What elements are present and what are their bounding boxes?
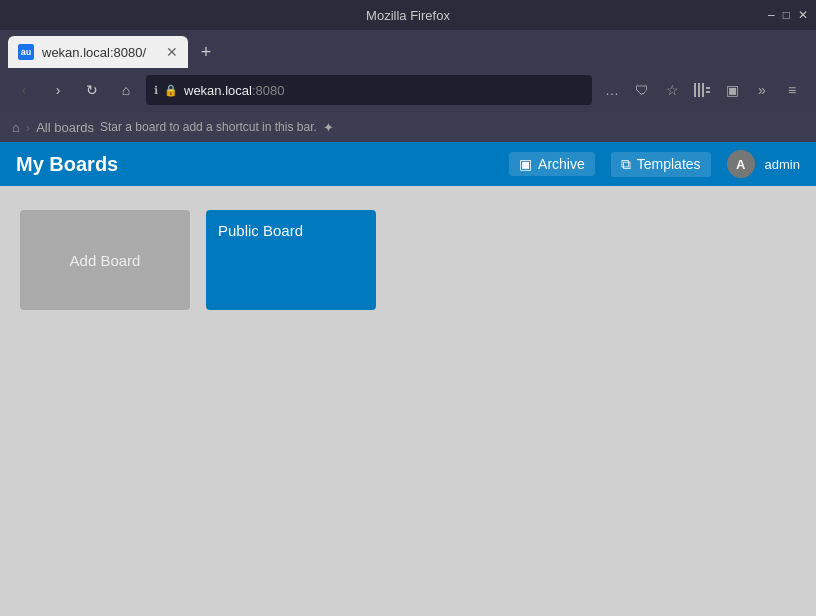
window-title: Mozilla Firefox [366,8,450,23]
extensions-button[interactable]: » [748,76,776,104]
page-title: My Boards [16,153,118,176]
menu-button[interactable]: ≡ [778,76,806,104]
address-bar[interactable]: ℹ 🔒 wekan.local:8080 [146,75,592,105]
boards-grid: Add Board Public Board [20,210,796,310]
minimize-button[interactable]: – [768,8,775,22]
security-icon: 🔒 [164,84,178,97]
public-board-card[interactable]: Public Board [206,210,376,310]
title-bar: Mozilla Firefox – □ ✕ [0,0,816,30]
lock-icon: ℹ [154,84,158,97]
svg-rect-0 [694,83,696,97]
archive-icon: ▣ [519,156,532,172]
library-icon[interactable] [688,76,716,104]
wekan-content: Add Board Public Board [0,186,816,616]
reload-icon: ↻ [86,82,98,98]
tab-favicon: au [18,44,34,60]
more-button[interactable]: … [598,76,626,104]
templates-button[interactable]: ⧉ Templates [611,152,711,177]
avatar[interactable]: A [727,150,755,178]
header-actions: ▣ Archive ⧉ Templates A admin [509,150,800,178]
archive-button[interactable]: ▣ Archive [509,152,595,176]
back-icon: ‹ [22,82,27,98]
pocket-icon[interactable]: 🛡 [628,76,656,104]
back-button[interactable]: ‹ [10,76,38,104]
close-tab-button[interactable]: ✕ [166,44,178,60]
window-controls[interactable]: – □ ✕ [768,8,808,22]
synced-tabs-icon[interactable]: ▣ [718,76,746,104]
home-button[interactable]: ⌂ [112,76,140,104]
reload-button[interactable]: ↻ [78,76,106,104]
star-hint-text: Star a board to add a shortcut in this b… [100,120,317,134]
add-bookmark-button[interactable]: ✦ [323,120,334,135]
nav-bar: ‹ › ↻ ⌂ ℹ 🔒 wekan.local:8080 … 🛡 ☆ ▣ » [0,68,816,112]
url-display[interactable]: wekan.local:8080 [184,83,584,98]
new-tab-button[interactable]: + [192,38,220,66]
url-port: :8080 [252,83,285,98]
breadcrumb-separator: › [26,120,30,135]
browser-tab[interactable]: au wekan.local:8080/ ✕ [8,36,188,68]
nav-icons-right: … 🛡 ☆ ▣ » ≡ [598,76,806,104]
username-label: admin [765,157,800,172]
add-board-label: Add Board [70,252,141,269]
maximize-button[interactable]: □ [783,8,790,22]
bookmark-star-icon[interactable]: ☆ [658,76,686,104]
templates-icon: ⧉ [621,156,631,173]
home-icon: ⌂ [122,82,130,98]
svg-rect-3 [706,87,710,89]
close-button[interactable]: ✕ [798,8,808,22]
tab-bar: au wekan.local:8080/ ✕ + [0,30,816,68]
add-board-card[interactable]: Add Board [20,210,190,310]
forward-button[interactable]: › [44,76,72,104]
all-boards-link[interactable]: All boards [36,120,94,135]
public-board-label: Public Board [218,222,303,239]
user-area[interactable]: A admin [727,150,800,178]
page-main: My Boards ▣ Archive ⧉ Templates A admin … [0,142,816,616]
forward-icon: › [56,82,61,98]
bookmarks-bar: ⌂ › All boards Star a board to add a sho… [0,112,816,142]
svg-rect-2 [702,83,704,97]
url-hostname: wekan.local [184,83,252,98]
svg-rect-1 [698,83,700,97]
tab-label: wekan.local:8080/ [42,45,146,60]
svg-rect-4 [706,91,710,93]
templates-label: Templates [637,156,701,172]
archive-label: Archive [538,156,585,172]
wekan-header: My Boards ▣ Archive ⧉ Templates A admin [0,142,816,186]
bookmarks-home-icon: ⌂ [12,120,20,135]
